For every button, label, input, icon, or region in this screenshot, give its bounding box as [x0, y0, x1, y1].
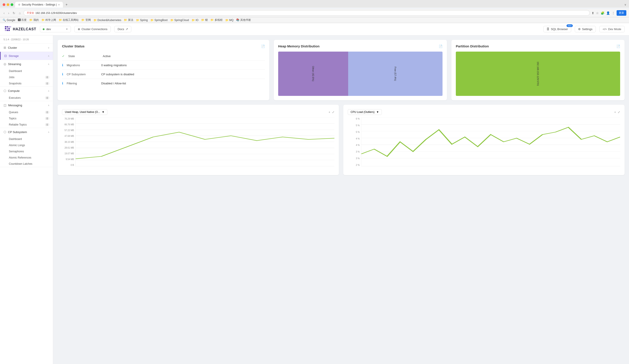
used-heap-selector[interactable]: Used Heap, Used Native (O... ▼	[62, 109, 107, 115]
bookmark-mq[interactable]: 📁 MQ	[225, 19, 234, 22]
state-value: Active	[103, 54, 111, 58]
heap-memory-title: Heap Memory Distribution	[278, 44, 319, 48]
menu-icon[interactable]: ⋮	[612, 11, 615, 15]
compute-icon: ⬡	[3, 89, 6, 93]
y-label-5: 28.61 MB	[62, 147, 75, 149]
cpu-load-add-icon[interactable]: +	[614, 111, 616, 114]
sidebar-version: 5.1.4 - 22/08/22 - 10:26	[0, 35, 53, 44]
filtering-label: Filtering	[67, 82, 98, 85]
used-heap-add-icon[interactable]: +	[328, 111, 330, 114]
sidebar-item-storage[interactable]: ⊡ Storage ∧	[0, 52, 53, 60]
bookmark-io[interactable]: 📁 IO	[192, 19, 198, 22]
home-button[interactable]: ⌂	[18, 11, 21, 15]
cpu-load-chart-actions: + ⤢	[614, 111, 620, 114]
dev-mode-button[interactable]: </> Dev Mode	[599, 26, 625, 32]
sidebar-item-streaming[interactable]: ◎ Streaming ∧	[0, 60, 53, 68]
sidebar-sub-reliable-topics[interactable]: Reliable Topics 0	[0, 121, 53, 128]
cluster-status-copy-icon[interactable]: 📄	[261, 44, 265, 48]
cluster-chevron-icon: ▼	[66, 28, 68, 30]
cpu-load-selector[interactable]: CPU Load (Outliers) ▼	[348, 109, 382, 115]
sidebar-item-messaging[interactable]: ◫ Messaging ∧	[0, 101, 53, 109]
bookmark-thread[interactable]: 📁 多线程	[210, 18, 222, 22]
sidebar-sub-cp-dashboard[interactable]: Dashboard	[0, 136, 53, 142]
sidebar-sub-queues[interactable]: Queues 0	[0, 109, 53, 115]
y-label-7: 9.54 MB	[62, 158, 75, 160]
top-section: Cluster Status 📄 ✓ State Active ℹ Migrat…	[58, 40, 625, 100]
status-row-filtering: ℹ Filtering Disabled / Allow-list	[62, 79, 265, 88]
forward-button[interactable]: ›	[7, 11, 10, 15]
charts-row: Used Heap, Used Native (O... ▼ + ⤢ 76.29…	[58, 105, 625, 175]
partition-copy-icon[interactable]: 📄	[616, 44, 620, 48]
filtering-value: Disabled / Allow-list	[101, 82, 126, 85]
sidebar-sub-atomic-references[interactable]: Atomic References	[0, 154, 53, 161]
sidebar-sub-atomic-longs[interactable]: Atomic Longs	[0, 142, 53, 148]
heap-memory-copy-icon[interactable]: 📄	[439, 44, 443, 48]
sidebar-sub-streaming-snapshots[interactable]: Snapshots 0	[0, 80, 53, 87]
profile-icon[interactable]: 👤	[606, 11, 610, 15]
atomic-references-label: Atomic References	[9, 156, 31, 159]
bookmark-official[interactable]: 📁 官网	[81, 18, 91, 22]
executors-label: Executors	[9, 96, 21, 99]
bookmark-vpn[interactable]: 📁 科学上网	[41, 18, 56, 22]
cluster-selector[interactable]: dev ▼	[40, 26, 71, 32]
sidebar-item-compute[interactable]: ⬡ Compute ∧	[0, 87, 53, 95]
sidebar-sub-streaming-jobs[interactable]: Jobs 0	[0, 74, 53, 80]
cluster-connections-button[interactable]: ⊕ Cluster Connections	[74, 26, 111, 32]
bookmark-algo[interactable]: 📁 算法	[124, 18, 133, 22]
sidebar-sub-semaphores[interactable]: Semaphores	[0, 148, 53, 154]
cpu-load-expand-icon[interactable]: ⤢	[618, 111, 620, 114]
extension-icon[interactable]: 🧩	[601, 11, 605, 15]
refresh-button[interactable]: ↻	[12, 11, 16, 15]
sql-browser-button[interactable]: 🗄 SQL Browser New	[543, 26, 571, 32]
sidebar-sub-streaming-dashboard[interactable]: Dashboard	[0, 68, 53, 74]
cluster-status-card: Cluster Status 📄 ✓ State Active ℹ Migrat…	[58, 40, 269, 100]
bookmark-springcloud[interactable]: 📁 SpringCloud	[170, 19, 189, 22]
bookmark-baidu[interactable]: 🅱 百度	[18, 18, 26, 22]
sidebar-item-cluster[interactable]: ⊞ Cluster ∨	[0, 44, 53, 52]
status-row-state: ✓ State Active	[62, 52, 265, 61]
cp-subsystem-icon: ⬡	[3, 130, 6, 134]
update-button[interactable]: 更新	[617, 10, 626, 16]
tab-close-button[interactable]: ✕	[58, 3, 60, 6]
app-header: HAZELCAST dev ▼ ⊕ Cluster Connections Do…	[0, 23, 629, 35]
database-icon: 🗄	[547, 27, 549, 31]
bookmark-docker[interactable]: 📁 Docker&Kubernetes	[93, 19, 121, 22]
cluster-connections-icon: ⊕	[78, 27, 80, 31]
docs-button[interactable]: Docs ↗	[114, 26, 131, 32]
bookmark-springboot[interactable]: 📁 SpringBoot	[150, 19, 168, 22]
cpu-load-plot	[361, 118, 620, 166]
svg-rect-7	[5, 30, 6, 31]
sidebar-section-cp-subsystem: ⬡ CP Subsystem ∧ Dashboard Atomic Longs …	[0, 128, 53, 167]
new-tab-button[interactable]: +	[64, 2, 69, 7]
traffic-lights	[3, 3, 13, 6]
toolbar-icons: ⬆ ☆ 🧩 👤 ⋮ 更新	[592, 10, 626, 16]
minimize-button[interactable]	[7, 3, 9, 6]
bookmark-google[interactable]: 🔍 Google	[3, 19, 15, 22]
bookmark-icon[interactable]: ☆	[596, 11, 599, 15]
active-tab[interactable]: ⚙ Security Providers - Settings | ✕	[15, 2, 63, 7]
maximize-button[interactable]	[11, 3, 13, 6]
back-button[interactable]: ‹	[3, 11, 5, 15]
compute-label: Compute	[8, 89, 20, 93]
expand-icon: ∨	[624, 3, 626, 6]
queues-label: Queues	[9, 111, 18, 114]
sidebar-sub-topics[interactable]: Topics 0	[0, 115, 53, 121]
close-button[interactable]	[3, 3, 5, 6]
settings-button[interactable]: ⚙ Settings	[575, 26, 596, 32]
address-field[interactable]: 不安全 192.168.153.129:8200/clusters/dev	[23, 10, 590, 16]
sidebar-item-cp-subsystem[interactable]: ⬡ CP Subsystem ∧	[0, 128, 53, 136]
reliable-topics-badge: 0	[45, 123, 49, 126]
countdown-latches-label: Countdown Latches	[9, 162, 32, 165]
y-label-0: 76.29 MB	[62, 118, 75, 120]
bookmark-tools[interactable]: 📁 在线工具网站	[59, 18, 79, 22]
bookmark-spring[interactable]: 📁 Spring	[136, 19, 148, 22]
bookmark-lock[interactable]: 📁 锁	[201, 18, 208, 22]
bookmark-mine[interactable]: 📁 我的	[29, 18, 38, 22]
cp-subsystem-chevron-icon: ∧	[48, 131, 49, 133]
sidebar-sub-countdown-latches[interactable]: Countdown Latches	[0, 161, 53, 167]
used-heap-expand-icon[interactable]: ⤢	[332, 111, 334, 114]
sidebar-sub-executors[interactable]: Executors 0	[0, 95, 53, 101]
bookmark-others[interactable]: 📚 其他书签	[236, 18, 251, 22]
share-icon[interactable]: ⬆	[592, 11, 594, 15]
code-icon: </>	[603, 27, 607, 31]
